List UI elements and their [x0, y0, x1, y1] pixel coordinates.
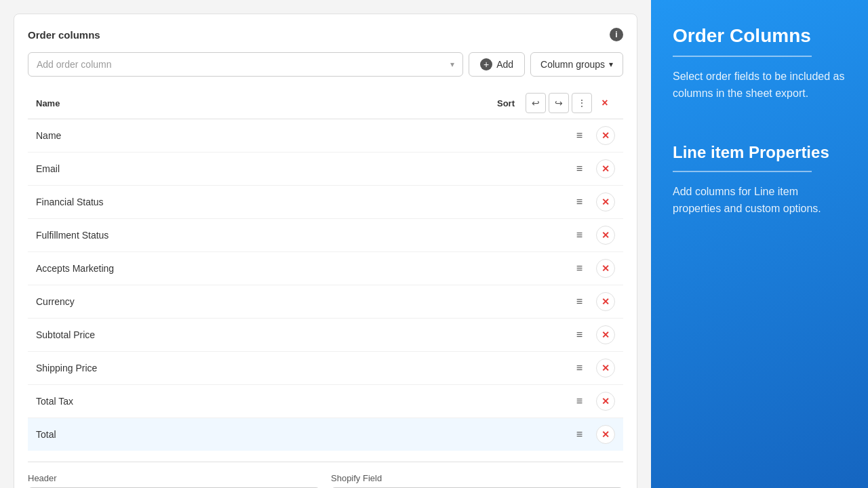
row-delete-button[interactable]: ✕: [596, 292, 615, 311]
table-row[interactable]: Currency ≡ ✕: [28, 285, 623, 319]
row-delete-button[interactable]: ✕: [596, 192, 615, 211]
row-delete-button[interactable]: ✕: [596, 392, 615, 411]
toolbar-row: Add order column ▾ + Add Column groups ▾: [28, 52, 623, 77]
left-panel: Order columns i Add order column ▾ + Add…: [0, 0, 651, 488]
drag-handle-icon: ≡: [576, 196, 583, 208]
right-divider-1: [673, 56, 812, 57]
table-row[interactable]: Shipping Price ≡ ✕: [28, 352, 623, 385]
row-name: Shipping Price: [36, 363, 576, 373]
right-main-desc: Select order fields to be included as co…: [673, 68, 846, 102]
add-column-placeholder: Add order column: [37, 59, 112, 70]
shopify-field-group: Shopify Field: [331, 473, 623, 488]
chevron-down-icon: ▾: [450, 60, 454, 69]
row-delete-button[interactable]: ✕: [596, 226, 615, 245]
right-main-title: Order Columns: [673, 24, 846, 47]
row-delete-button[interactable]: ✕: [596, 259, 615, 278]
shopify-field-label: Shopify Field: [331, 473, 623, 483]
order-columns-card: Order columns i Add order column ▾ + Add…: [14, 14, 637, 488]
table-row[interactable]: Accepts Marketing ≡ ✕: [28, 252, 623, 285]
chevron-down-icon: ▾: [609, 60, 613, 69]
row-name: Total: [36, 429, 576, 440]
row-delete-button[interactable]: ✕: [596, 159, 615, 178]
table-row[interactable]: Financial Status ≡ ✕: [28, 186, 623, 219]
drag-handle-icon: ≡: [576, 163, 583, 175]
col-sort-label: Sort: [497, 98, 515, 108]
delete-all-button[interactable]: ×: [595, 93, 615, 113]
row-delete-button[interactable]: ✕: [596, 325, 615, 344]
row-delete-button[interactable]: ✕: [596, 126, 615, 145]
drag-handle-icon: ≡: [576, 428, 583, 441]
row-name: Email: [36, 163, 576, 174]
drag-handle-icon: ≡: [576, 362, 583, 374]
row-delete-button[interactable]: ✕: [596, 359, 615, 378]
info-icon[interactable]: i: [610, 28, 623, 41]
table-row[interactable]: Total Tax ≡ ✕: [28, 385, 623, 418]
header-actions: ↩ ↪ ⋮ ×: [526, 93, 615, 113]
drag-handle-icon: ≡: [576, 129, 583, 142]
header-field-group: Header: [28, 473, 320, 488]
card-header: Order columns i: [28, 28, 623, 41]
redo-button[interactable]: ↪: [549, 93, 569, 113]
row-name: Name: [36, 130, 576, 141]
table-row[interactable]: Name ≡ ✕: [28, 119, 623, 152]
fields-row: Header Shopify Field: [28, 473, 623, 488]
drag-handle-icon: ≡: [576, 262, 583, 274]
right-sub-desc: Add columns for Line item properties and…: [673, 183, 846, 218]
columns-list: Name ≡ ✕ Email ≡ ✕ Financial Status ≡ ✕ …: [28, 119, 623, 451]
right-sub-title: Line item Properties: [673, 143, 846, 163]
table-row[interactable]: Email ≡ ✕: [28, 152, 623, 186]
drag-handle-icon: ≡: [576, 296, 583, 308]
row-name: Accepts Marketing: [36, 263, 576, 274]
row-name: Total Tax: [36, 396, 576, 407]
drag-handle-icon: ≡: [576, 229, 583, 241]
table-row[interactable]: Subtotal Price ≡ ✕: [28, 319, 623, 352]
table-header: Name Sort ↩ ↪ ⋮ ×: [28, 87, 623, 119]
undo-button[interactable]: ↩: [526, 93, 546, 113]
column-groups-button[interactable]: Column groups ▾: [530, 52, 623, 77]
row-delete-button[interactable]: ✕: [596, 425, 615, 444]
row-name: Subtotal Price: [36, 329, 576, 340]
right-divider-2: [673, 171, 812, 172]
add-column-select[interactable]: Add order column ▾: [28, 52, 463, 77]
col-name-label: Name: [36, 98, 497, 108]
settings-button[interactable]: ⋮: [572, 93, 592, 113]
card-title: Order columns: [28, 29, 100, 41]
row-name: Fulfillment Status: [36, 230, 576, 241]
table-row[interactable]: Fulfillment Status ≡ ✕: [28, 219, 623, 252]
drag-handle-icon: ≡: [576, 395, 583, 407]
fields-section: Header Shopify Field Field Template Form…: [28, 462, 623, 488]
header-label: Header: [28, 473, 320, 483]
row-name: Financial Status: [36, 197, 576, 207]
drag-handle-icon: ≡: [576, 329, 583, 341]
right-panel: Order Columns Select order fields to be …: [651, 0, 868, 488]
row-name: Currency: [36, 296, 576, 307]
add-button[interactable]: + Add: [469, 52, 525, 77]
plus-icon: +: [480, 58, 492, 70]
table-row[interactable]: Total ≡ ✕: [28, 418, 623, 451]
